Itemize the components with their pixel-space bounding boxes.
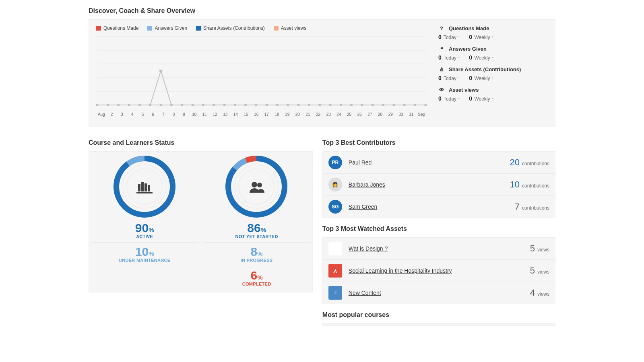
legend-item[interactable]: Answers Given — [147, 25, 187, 31]
question-icon: ? — [438, 25, 445, 31]
stat-weekly: 0 Weekly ↑ — [469, 95, 494, 102]
asset-link[interactable]: Social Learning in the Hospitality Indus… — [349, 267, 452, 274]
legend-item[interactable]: Questions Made — [96, 25, 138, 31]
contributor-row: PR Paul Red 20contributions — [323, 152, 555, 173]
legend-swatch — [96, 26, 101, 31]
stat-block: ? Questions Made 0 Today ↑ 0 Weekly ↑ — [438, 25, 551, 40]
avatar: PR — [328, 156, 342, 169]
library-icon — [114, 156, 176, 218]
svg-point-38 — [159, 70, 163, 72]
popular-panel — [322, 323, 555, 326]
watched-title: Top 3 Most Watched Assets — [322, 225, 555, 232]
svg-point-37 — [424, 104, 427, 106]
asset-thumb: ⋏ — [328, 264, 342, 278]
overview-stats: ? Questions Made 0 Today ↑ 0 Weekly ↑ ❝ … — [434, 20, 555, 127]
overview-panel: Questions MadeAnswers GivenShare Assets … — [89, 19, 555, 127]
svg-point-26 — [308, 104, 311, 106]
asset-link[interactable]: Wat is Design ? — [349, 245, 388, 252]
donut-pct: 8 — [251, 245, 258, 258]
up-arrow-icon: ↑ — [491, 55, 494, 61]
donut-chart — [225, 156, 288, 218]
view-count: 5 — [530, 265, 535, 276]
svg-point-34 — [392, 104, 395, 106]
svg-point-19 — [233, 104, 236, 106]
stat-today: 0 Today ↑ — [438, 75, 460, 81]
svg-point-30 — [350, 104, 353, 106]
donut-pct: 10 — [135, 245, 149, 258]
svg-point-35 — [403, 104, 406, 106]
legend-label: Answers Given — [155, 25, 187, 31]
svg-point-9 — [128, 104, 130, 106]
up-arrow-icon: ↑ — [491, 35, 494, 40]
legend-swatch — [147, 26, 152, 31]
eye-icon: 👁 — [438, 87, 445, 93]
stat-weekly: 0 Weekly ↑ — [469, 34, 494, 40]
svg-point-33 — [382, 104, 385, 106]
contribution-unit: contributions — [522, 161, 549, 167]
up-arrow-icon: ↑ — [458, 96, 460, 102]
avatar: SG — [328, 200, 342, 214]
donut-label: NOT YET STARTED — [202, 234, 310, 239]
course-status-title: Course and Learners Status — [89, 139, 313, 146]
svg-rect-45 — [141, 182, 144, 191]
legend-item[interactable]: Share Assets (Contributions) — [196, 25, 265, 31]
svg-point-8 — [117, 104, 120, 106]
svg-point-11 — [149, 104, 152, 106]
stat-label: Asset views — [449, 87, 479, 93]
view-unit: views — [537, 247, 549, 253]
asset-thumb — [328, 242, 342, 255]
legend-label: Asset views — [281, 25, 306, 31]
watched-panel: Wat is Design ? 5views⋏ Social Learning … — [322, 237, 555, 304]
svg-point-17 — [213, 104, 215, 106]
view-count: 5 — [530, 243, 535, 254]
stat-weekly: 0 Weekly ↑ — [469, 54, 494, 61]
view-unit: views — [537, 291, 549, 297]
svg-point-10 — [138, 104, 141, 106]
svg-rect-46 — [144, 183, 147, 191]
asset-row: ≡ New Content 4views — [323, 282, 555, 304]
svg-point-13 — [170, 104, 173, 106]
contributor-link[interactable]: Barbara Jones — [349, 181, 385, 188]
donut-stat: 90% ACTIVE — [91, 221, 198, 239]
svg-point-27 — [318, 104, 321, 106]
up-arrow-icon: ↑ — [491, 76, 494, 81]
stat-label: Questions Made — [449, 25, 489, 31]
svg-point-28 — [329, 104, 332, 106]
contribution-unit: contributions — [522, 205, 549, 211]
svg-point-20 — [244, 104, 247, 106]
stat-label: Answers Given — [449, 46, 487, 52]
chart-x-axis: Aug2345678910111213141516171819202122232… — [96, 111, 427, 117]
up-arrow-icon: ↑ — [458, 76, 460, 81]
donut-courses: 90% ACTIVE 10% UNDER MAINTENANCE — [91, 156, 198, 286]
people-icon — [225, 156, 288, 218]
contribution-count: 10 — [510, 179, 519, 190]
donut-stat: 10% UNDER MAINTENANCE — [91, 242, 198, 263]
asset-thumb: ≡ — [328, 286, 342, 300]
legend-item[interactable]: Asset views — [274, 25, 306, 31]
contributor-link[interactable]: Paul Red — [349, 159, 372, 166]
contributor-link[interactable]: Sam Green — [349, 204, 378, 210]
stat-today: 0 Today ↑ — [438, 54, 460, 61]
svg-point-32 — [371, 104, 374, 106]
svg-point-7 — [107, 104, 109, 106]
donut-label: UNDER MAINTENANCE — [91, 258, 198, 263]
donut-pct: 6 — [251, 269, 258, 282]
contributor-row: 👩 Barbara Jones 10contributions — [323, 173, 555, 195]
donut-stat: 86% NOT YET STARTED — [202, 221, 310, 239]
svg-point-15 — [191, 104, 194, 106]
stat-block: ❝ Answers Given 0 Today ↑ 0 Weekly ↑ — [438, 46, 551, 61]
donut-label: IN PROGRESS — [202, 258, 310, 263]
svg-point-36 — [414, 104, 417, 106]
donut-learners: 86% NOT YET STARTED 8% IN PROGRESS 6% CO… — [202, 156, 310, 286]
asset-link[interactable]: New Content — [349, 290, 381, 296]
donut-chart — [114, 156, 176, 218]
donut-label: COMPLETED — [202, 282, 310, 286]
svg-point-18 — [223, 104, 226, 106]
legend-label: Share Assets (Contributions) — [203, 25, 265, 31]
contribution-count: 7 — [515, 202, 520, 212]
overview-chart[interactable]: Aug2345678910111213141516171819202122232… — [96, 34, 427, 123]
stat-block: ⋔ Share Assets (Contributions) 0 Today ↑… — [438, 66, 551, 81]
stat-label: Share Assets (Contributions) — [449, 66, 521, 72]
svg-rect-47 — [148, 185, 150, 191]
donut-stat: 6% COMPLETED — [202, 266, 310, 286]
